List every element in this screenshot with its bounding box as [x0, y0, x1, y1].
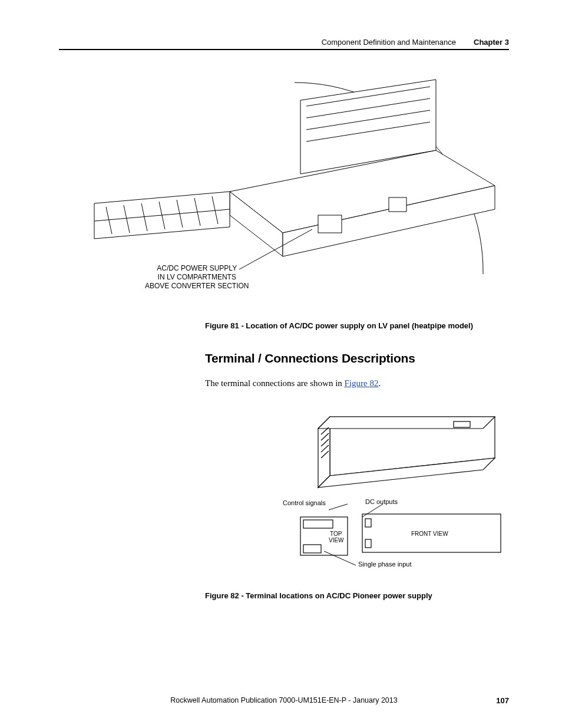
- section-title: Terminal / Connections Descriptions: [205, 351, 509, 365]
- figure-81-container: AC/DC POWER SUPPLY IN LV COMPARTMENTS AB…: [59, 74, 509, 309]
- footer-page-number: 107: [496, 696, 509, 705]
- figure-81-caption: Figure 81 - Location of AC/DC power supp…: [205, 321, 509, 330]
- header-section-name: Component Definition and Maintenance: [322, 38, 456, 47]
- label-top: TOP: [330, 531, 342, 537]
- body-text-post: .: [379, 378, 381, 388]
- svg-rect-3: [318, 215, 342, 233]
- footer-publication: Rockwell Automation Publication 7000-UM1…: [170, 696, 397, 704]
- label-control-signals: Control signals: [283, 499, 326, 506]
- figure-82-container: Control signals DC outputs TOP VIEW FRON…: [259, 405, 509, 582]
- label-dc-outputs: DC outputs: [365, 498, 398, 505]
- label-front-view: FRONT VIEW: [411, 531, 448, 537]
- body-text-pre: The terminal connections are shown in: [205, 378, 345, 388]
- body-text: The terminal connections are shown in Fi…: [205, 378, 509, 388]
- label-single-phase: Single phase input: [358, 561, 412, 568]
- header-chapter: Chapter 3: [474, 38, 509, 47]
- figure-81-diagram: [59, 74, 507, 309]
- page-footer: Rockwell Automation Publication 7000-UM1…: [59, 696, 509, 704]
- callout-line2: IN LV COMPARTMENTS: [145, 273, 249, 282]
- callout-line3: ABOVE CONVERTER SECTION: [145, 282, 249, 291]
- figure-82-caption: Figure 82 - Terminal locations on AC/DC …: [205, 591, 509, 600]
- figure-82-diagram: [259, 405, 507, 582]
- figure-81-callout: AC/DC POWER SUPPLY IN LV COMPARTMENTS AB…: [145, 264, 249, 291]
- svg-rect-31: [303, 520, 333, 528]
- svg-rect-32: [303, 545, 321, 553]
- callout-line1: AC/DC POWER SUPPLY: [145, 264, 249, 273]
- svg-line-36: [329, 504, 348, 510]
- svg-rect-35: [365, 539, 371, 548]
- svg-rect-24: [454, 421, 470, 427]
- page-header: Component Definition and Maintenance Cha…: [59, 38, 509, 47]
- figure-82-link[interactable]: Figure 82: [345, 378, 379, 388]
- svg-rect-34: [365, 519, 371, 527]
- header-rule: [59, 49, 509, 50]
- label-view: VIEW: [329, 537, 344, 543]
- document-page: Component Definition and Maintenance Cha…: [0, 0, 562, 728]
- svg-rect-4: [389, 197, 406, 212]
